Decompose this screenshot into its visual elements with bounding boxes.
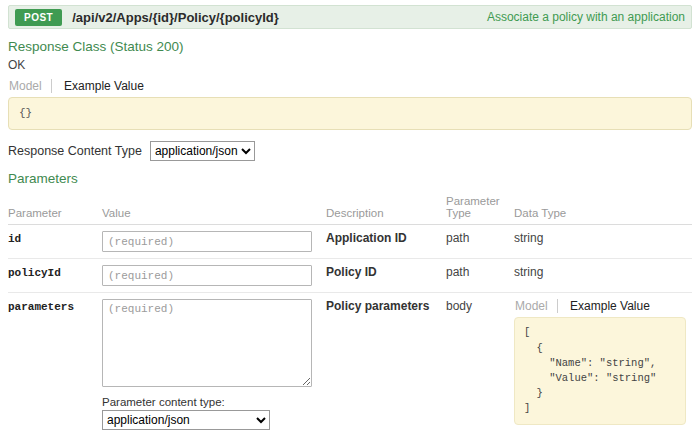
response-content-type-select[interactable]: application/json bbox=[150, 141, 255, 161]
parameters-header-row: Parameter Value Description Parameter Ty… bbox=[8, 192, 692, 225]
param-name-id: id bbox=[8, 225, 102, 259]
response-description: OK bbox=[8, 58, 692, 72]
col-header-data-type: Data Type bbox=[514, 192, 692, 225]
param-name-parameters: parameters bbox=[8, 293, 102, 431]
parameters-body-textarea[interactable] bbox=[102, 299, 312, 387]
param-tab-model[interactable]: Model bbox=[514, 299, 558, 313]
param-data-type-policyid: string bbox=[514, 259, 692, 293]
parameters-model-box: Model Example Value [ { "Name": "string"… bbox=[514, 299, 686, 424]
param-name-policyid: policyId bbox=[8, 259, 102, 293]
param-type-id: path bbox=[446, 225, 514, 259]
swagger-operation-panel: POST /api/v2/Apps/{id}/Policy/{policyId}… bbox=[0, 0, 700, 431]
col-header-parameter: Parameter bbox=[8, 192, 102, 225]
parameters-example-schema: [ { "Name": "string", "Value": "string" … bbox=[514, 317, 686, 424]
parameter-content-type-label: Parameter content type: bbox=[102, 396, 320, 408]
response-content-type-row: Response Content Type application/json bbox=[8, 141, 692, 161]
parameter-content-type-select[interactable]: application/json bbox=[102, 410, 270, 430]
param-policyid-input[interactable] bbox=[102, 265, 312, 286]
tab-model[interactable]: Model bbox=[8, 79, 52, 93]
response-class-title: Response Class (Status 200) bbox=[8, 39, 692, 54]
param-description-parameters: Policy parameters bbox=[326, 293, 446, 431]
response-content-type-label: Response Content Type bbox=[8, 144, 142, 158]
col-header-description: Description bbox=[326, 192, 446, 225]
param-description-policyid: Policy ID bbox=[326, 259, 446, 293]
parameters-model-tabs: Model Example Value bbox=[514, 299, 686, 313]
http-method-badge: POST bbox=[15, 9, 62, 26]
col-header-parameter-type: Parameter Type bbox=[446, 192, 514, 225]
param-data-type-id: string bbox=[514, 225, 692, 259]
param-row-policyid: policyId Policy ID path string bbox=[8, 259, 692, 293]
parameters-title: Parameters bbox=[8, 171, 692, 186]
param-type-parameters: body bbox=[446, 293, 514, 431]
operation-header[interactable]: POST /api/v2/Apps/{id}/Policy/{policyId}… bbox=[8, 5, 692, 29]
col-header-value: Value bbox=[102, 192, 326, 225]
param-row-parameters: parameters Parameter content type: appli… bbox=[8, 293, 692, 431]
param-row-id: id Application ID path string bbox=[8, 225, 692, 259]
param-tab-example-value[interactable]: Example Value bbox=[561, 299, 659, 313]
endpoint-path[interactable]: /api/v2/Apps/{id}/Policy/{policyId} bbox=[72, 10, 279, 25]
tab-example-value[interactable]: Example Value bbox=[55, 79, 153, 93]
response-example-body: {} bbox=[8, 97, 692, 130]
param-id-input[interactable] bbox=[102, 231, 312, 252]
response-tabs: Model Example Value bbox=[8, 79, 692, 93]
param-description-id: Application ID bbox=[326, 225, 446, 259]
operation-summary-link[interactable]: Associate a policy with an application bbox=[487, 10, 685, 24]
param-type-policyid: path bbox=[446, 259, 514, 293]
parameters-table: Parameter Value Description Parameter Ty… bbox=[8, 192, 692, 431]
